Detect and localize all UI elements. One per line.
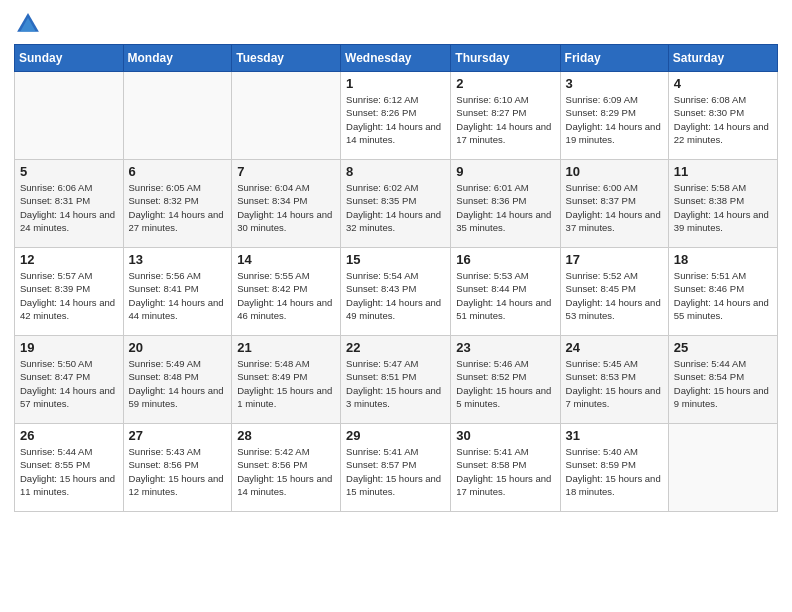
day-number: 4 [674, 76, 772, 91]
logo [14, 10, 46, 38]
day-cell: 29Sunrise: 5:41 AMSunset: 8:57 PMDayligh… [341, 424, 451, 512]
day-number: 15 [346, 252, 445, 267]
day-info: Sunrise: 5:58 AMSunset: 8:38 PMDaylight:… [674, 181, 772, 234]
day-cell [123, 72, 232, 160]
day-cell [15, 72, 124, 160]
day-info: Sunrise: 6:00 AMSunset: 8:37 PMDaylight:… [566, 181, 663, 234]
day-cell: 7Sunrise: 6:04 AMSunset: 8:34 PMDaylight… [232, 160, 341, 248]
day-info: Sunrise: 5:56 AMSunset: 8:41 PMDaylight:… [129, 269, 227, 322]
day-info: Sunrise: 6:02 AMSunset: 8:35 PMDaylight:… [346, 181, 445, 234]
header-day-saturday: Saturday [668, 45, 777, 72]
day-cell: 4Sunrise: 6:08 AMSunset: 8:30 PMDaylight… [668, 72, 777, 160]
calendar-body: 1Sunrise: 6:12 AMSunset: 8:26 PMDaylight… [15, 72, 778, 512]
day-cell: 16Sunrise: 5:53 AMSunset: 8:44 PMDayligh… [451, 248, 560, 336]
day-info: Sunrise: 5:47 AMSunset: 8:51 PMDaylight:… [346, 357, 445, 410]
day-number: 30 [456, 428, 554, 443]
week-row-1: 1Sunrise: 6:12 AMSunset: 8:26 PMDaylight… [15, 72, 778, 160]
day-number: 22 [346, 340, 445, 355]
day-cell: 28Sunrise: 5:42 AMSunset: 8:56 PMDayligh… [232, 424, 341, 512]
day-info: Sunrise: 6:08 AMSunset: 8:30 PMDaylight:… [674, 93, 772, 146]
week-row-4: 19Sunrise: 5:50 AMSunset: 8:47 PMDayligh… [15, 336, 778, 424]
day-info: Sunrise: 6:10 AMSunset: 8:27 PMDaylight:… [456, 93, 554, 146]
day-info: Sunrise: 6:06 AMSunset: 8:31 PMDaylight:… [20, 181, 118, 234]
day-cell: 26Sunrise: 5:44 AMSunset: 8:55 PMDayligh… [15, 424, 124, 512]
week-row-2: 5Sunrise: 6:06 AMSunset: 8:31 PMDaylight… [15, 160, 778, 248]
day-info: Sunrise: 5:45 AMSunset: 8:53 PMDaylight:… [566, 357, 663, 410]
day-number: 28 [237, 428, 335, 443]
day-cell: 30Sunrise: 5:41 AMSunset: 8:58 PMDayligh… [451, 424, 560, 512]
day-cell: 3Sunrise: 6:09 AMSunset: 8:29 PMDaylight… [560, 72, 668, 160]
day-info: Sunrise: 5:40 AMSunset: 8:59 PMDaylight:… [566, 445, 663, 498]
day-cell: 6Sunrise: 6:05 AMSunset: 8:32 PMDaylight… [123, 160, 232, 248]
day-cell: 5Sunrise: 6:06 AMSunset: 8:31 PMDaylight… [15, 160, 124, 248]
day-cell: 20Sunrise: 5:49 AMSunset: 8:48 PMDayligh… [123, 336, 232, 424]
day-cell: 8Sunrise: 6:02 AMSunset: 8:35 PMDaylight… [341, 160, 451, 248]
page: SundayMondayTuesdayWednesdayThursdayFrid… [0, 0, 792, 612]
day-number: 26 [20, 428, 118, 443]
day-number: 5 [20, 164, 118, 179]
day-info: Sunrise: 5:46 AMSunset: 8:52 PMDaylight:… [456, 357, 554, 410]
day-info: Sunrise: 5:49 AMSunset: 8:48 PMDaylight:… [129, 357, 227, 410]
day-cell: 13Sunrise: 5:56 AMSunset: 8:41 PMDayligh… [123, 248, 232, 336]
day-info: Sunrise: 6:04 AMSunset: 8:34 PMDaylight:… [237, 181, 335, 234]
day-number: 16 [456, 252, 554, 267]
day-info: Sunrise: 5:44 AMSunset: 8:55 PMDaylight:… [20, 445, 118, 498]
header-day-monday: Monday [123, 45, 232, 72]
day-info: Sunrise: 5:44 AMSunset: 8:54 PMDaylight:… [674, 357, 772, 410]
day-number: 13 [129, 252, 227, 267]
day-info: Sunrise: 5:53 AMSunset: 8:44 PMDaylight:… [456, 269, 554, 322]
calendar-header: SundayMondayTuesdayWednesdayThursdayFrid… [15, 45, 778, 72]
day-number: 6 [129, 164, 227, 179]
day-info: Sunrise: 5:52 AMSunset: 8:45 PMDaylight:… [566, 269, 663, 322]
day-cell: 14Sunrise: 5:55 AMSunset: 8:42 PMDayligh… [232, 248, 341, 336]
day-number: 3 [566, 76, 663, 91]
day-info: Sunrise: 6:09 AMSunset: 8:29 PMDaylight:… [566, 93, 663, 146]
header [14, 10, 778, 38]
logo-icon [14, 10, 42, 38]
day-info: Sunrise: 5:57 AMSunset: 8:39 PMDaylight:… [20, 269, 118, 322]
day-cell: 31Sunrise: 5:40 AMSunset: 8:59 PMDayligh… [560, 424, 668, 512]
header-day-wednesday: Wednesday [341, 45, 451, 72]
day-cell: 17Sunrise: 5:52 AMSunset: 8:45 PMDayligh… [560, 248, 668, 336]
day-cell: 2Sunrise: 6:10 AMSunset: 8:27 PMDaylight… [451, 72, 560, 160]
day-number: 18 [674, 252, 772, 267]
header-day-tuesday: Tuesday [232, 45, 341, 72]
week-row-5: 26Sunrise: 5:44 AMSunset: 8:55 PMDayligh… [15, 424, 778, 512]
calendar-table: SundayMondayTuesdayWednesdayThursdayFrid… [14, 44, 778, 512]
day-cell: 25Sunrise: 5:44 AMSunset: 8:54 PMDayligh… [668, 336, 777, 424]
day-info: Sunrise: 6:05 AMSunset: 8:32 PMDaylight:… [129, 181, 227, 234]
day-info: Sunrise: 5:55 AMSunset: 8:42 PMDaylight:… [237, 269, 335, 322]
day-number: 11 [674, 164, 772, 179]
header-row: SundayMondayTuesdayWednesdayThursdayFrid… [15, 45, 778, 72]
day-info: Sunrise: 5:41 AMSunset: 8:57 PMDaylight:… [346, 445, 445, 498]
day-number: 21 [237, 340, 335, 355]
day-number: 20 [129, 340, 227, 355]
day-info: Sunrise: 5:43 AMSunset: 8:56 PMDaylight:… [129, 445, 227, 498]
day-cell: 12Sunrise: 5:57 AMSunset: 8:39 PMDayligh… [15, 248, 124, 336]
day-number: 23 [456, 340, 554, 355]
day-cell: 22Sunrise: 5:47 AMSunset: 8:51 PMDayligh… [341, 336, 451, 424]
day-info: Sunrise: 5:42 AMSunset: 8:56 PMDaylight:… [237, 445, 335, 498]
day-info: Sunrise: 5:48 AMSunset: 8:49 PMDaylight:… [237, 357, 335, 410]
day-info: Sunrise: 5:54 AMSunset: 8:43 PMDaylight:… [346, 269, 445, 322]
day-number: 7 [237, 164, 335, 179]
day-cell: 19Sunrise: 5:50 AMSunset: 8:47 PMDayligh… [15, 336, 124, 424]
day-info: Sunrise: 5:50 AMSunset: 8:47 PMDaylight:… [20, 357, 118, 410]
day-info: Sunrise: 5:41 AMSunset: 8:58 PMDaylight:… [456, 445, 554, 498]
day-number: 19 [20, 340, 118, 355]
day-number: 8 [346, 164, 445, 179]
day-number: 29 [346, 428, 445, 443]
day-number: 14 [237, 252, 335, 267]
day-cell: 1Sunrise: 6:12 AMSunset: 8:26 PMDaylight… [341, 72, 451, 160]
day-cell: 21Sunrise: 5:48 AMSunset: 8:49 PMDayligh… [232, 336, 341, 424]
day-cell: 18Sunrise: 5:51 AMSunset: 8:46 PMDayligh… [668, 248, 777, 336]
day-cell: 11Sunrise: 5:58 AMSunset: 8:38 PMDayligh… [668, 160, 777, 248]
day-cell: 15Sunrise: 5:54 AMSunset: 8:43 PMDayligh… [341, 248, 451, 336]
day-cell: 27Sunrise: 5:43 AMSunset: 8:56 PMDayligh… [123, 424, 232, 512]
week-row-3: 12Sunrise: 5:57 AMSunset: 8:39 PMDayligh… [15, 248, 778, 336]
day-info: Sunrise: 5:51 AMSunset: 8:46 PMDaylight:… [674, 269, 772, 322]
day-info: Sunrise: 6:01 AMSunset: 8:36 PMDaylight:… [456, 181, 554, 234]
day-info: Sunrise: 6:12 AMSunset: 8:26 PMDaylight:… [346, 93, 445, 146]
day-number: 17 [566, 252, 663, 267]
day-cell: 23Sunrise: 5:46 AMSunset: 8:52 PMDayligh… [451, 336, 560, 424]
